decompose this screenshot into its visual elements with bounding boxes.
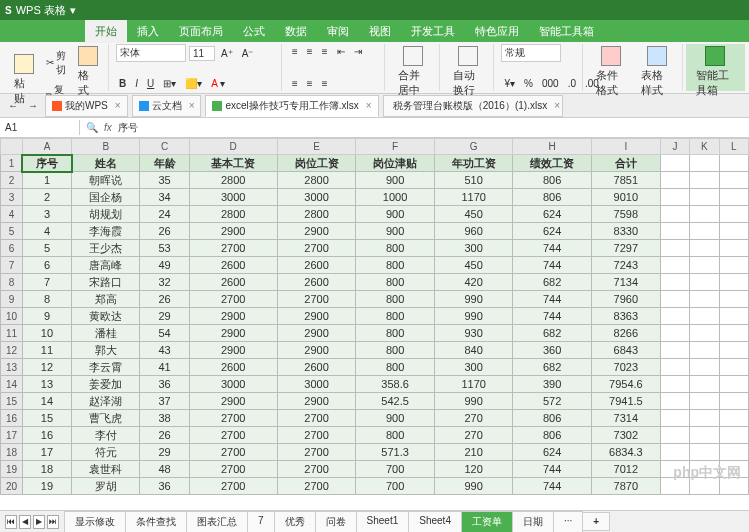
cell[interactable]: 806: [513, 189, 591, 206]
cell[interactable]: 7302: [591, 427, 660, 444]
cell[interactable]: 806: [513, 427, 591, 444]
cell[interactable]: 800: [356, 308, 435, 325]
cell[interactable]: 120: [434, 461, 513, 478]
cell[interactable]: 624: [513, 206, 591, 223]
col-header[interactable]: F: [356, 139, 435, 155]
cell[interactable]: 郭大: [72, 342, 140, 359]
cell[interactable]: 26: [140, 223, 189, 240]
sheet-tab[interactable]: 日期: [512, 511, 554, 533]
cell[interactable]: 26: [140, 427, 189, 444]
cell[interactable]: 10: [22, 325, 71, 342]
cell[interactable]: [660, 308, 689, 325]
cell[interactable]: 270: [434, 427, 513, 444]
header-cell[interactable]: 年龄: [140, 155, 189, 172]
cell[interactable]: 2900: [277, 308, 356, 325]
cell[interactable]: 李付: [72, 427, 140, 444]
sheet-tab[interactable]: 显示修改: [64, 511, 126, 533]
cell[interactable]: 270: [434, 410, 513, 427]
cell[interactable]: 54: [140, 325, 189, 342]
cell[interactable]: 1000: [356, 189, 435, 206]
cell[interactable]: 2800: [277, 172, 356, 189]
cell[interactable]: [719, 376, 748, 393]
cell[interactable]: 宋路口: [72, 274, 140, 291]
tab-developer[interactable]: 开发工具: [401, 20, 465, 43]
cell[interactable]: 48: [140, 461, 189, 478]
sheet-tab[interactable]: ···: [553, 511, 583, 533]
cell[interactable]: 744: [513, 478, 591, 495]
cell[interactable]: 7314: [591, 410, 660, 427]
col-header[interactable]: L: [719, 139, 748, 155]
cell[interactable]: [660, 444, 689, 461]
cell[interactable]: [719, 393, 748, 410]
cell[interactable]: 16: [22, 427, 71, 444]
font-size-select[interactable]: 11: [189, 46, 215, 61]
row-header[interactable]: 7: [1, 257, 23, 274]
cell[interactable]: 4: [22, 223, 71, 240]
row-header[interactable]: 16: [1, 410, 23, 427]
indent-right-icon[interactable]: ⇥: [351, 44, 365, 59]
cell[interactable]: 7870: [591, 478, 660, 495]
cell[interactable]: 2: [22, 189, 71, 206]
col-header[interactable]: B: [72, 139, 140, 155]
cell[interactable]: 37: [140, 393, 189, 410]
cell[interactable]: 2900: [277, 325, 356, 342]
cell[interactable]: 300: [434, 359, 513, 376]
border-button[interactable]: ⊞▾: [160, 76, 179, 91]
cell[interactable]: [690, 155, 719, 172]
doctab-mywps[interactable]: 我的WPS×: [45, 95, 128, 117]
cell[interactable]: 7960: [591, 291, 660, 308]
search-icon[interactable]: 🔍: [86, 122, 98, 133]
sheet-tab[interactable]: Sheet4: [408, 511, 462, 533]
cond-format-button[interactable]: 条件格式: [590, 44, 632, 100]
cell[interactable]: [719, 172, 748, 189]
cell[interactable]: 7: [22, 274, 71, 291]
tab-view[interactable]: 视图: [359, 20, 401, 43]
sheet-tab[interactable]: 问卷: [315, 511, 357, 533]
cell[interactable]: 2600: [277, 274, 356, 291]
cell[interactable]: 900: [356, 410, 435, 427]
cell[interactable]: [719, 223, 748, 240]
cell[interactable]: 符元: [72, 444, 140, 461]
cell[interactable]: 41: [140, 359, 189, 376]
cell[interactable]: [719, 427, 748, 444]
cell[interactable]: 420: [434, 274, 513, 291]
cell[interactable]: 960: [434, 223, 513, 240]
cell[interactable]: 7012: [591, 461, 660, 478]
cell[interactable]: 2900: [277, 342, 356, 359]
cell[interactable]: 罗胡: [72, 478, 140, 495]
cell[interactable]: 2700: [277, 291, 356, 308]
cell[interactable]: 曹飞虎: [72, 410, 140, 427]
cell[interactable]: 2700: [277, 240, 356, 257]
cell[interactable]: 7941.5: [591, 393, 660, 410]
cell[interactable]: 6: [22, 257, 71, 274]
doctab-excel-skills[interactable]: excel操作技巧专用工作簿.xlsx×: [205, 95, 378, 117]
col-header[interactable]: K: [690, 139, 719, 155]
cell[interactable]: 800: [356, 342, 435, 359]
cell[interactable]: [660, 155, 689, 172]
cell[interactable]: 800: [356, 240, 435, 257]
cell[interactable]: [660, 240, 689, 257]
cell[interactable]: 7954.6: [591, 376, 660, 393]
cell[interactable]: 744: [513, 308, 591, 325]
col-header[interactable]: J: [660, 139, 689, 155]
font-name-select[interactable]: 宋体: [116, 44, 186, 62]
cell[interactable]: 2700: [277, 427, 356, 444]
sheet-tab[interactable]: 条件查找: [125, 511, 187, 533]
sheet-nav-first-icon[interactable]: ⏮: [5, 515, 17, 529]
cell[interactable]: [690, 274, 719, 291]
italic-button[interactable]: I: [132, 76, 141, 91]
cell[interactable]: 3: [22, 206, 71, 223]
cell[interactable]: 姜爱加: [72, 376, 140, 393]
row-header[interactable]: 17: [1, 427, 23, 444]
cell[interactable]: [660, 223, 689, 240]
sheet-tab[interactable]: 7: [247, 511, 275, 533]
header-cell[interactable]: 年功工资: [434, 155, 513, 172]
cell[interactable]: 7598: [591, 206, 660, 223]
close-icon[interactable]: ×: [554, 100, 560, 111]
cell[interactable]: 李云霄: [72, 359, 140, 376]
cell[interactable]: 2700: [189, 240, 277, 257]
cell[interactable]: 2800: [189, 206, 277, 223]
cell[interactable]: [690, 172, 719, 189]
fx-icon[interactable]: fx: [104, 122, 112, 133]
row-header[interactable]: 10: [1, 308, 23, 325]
